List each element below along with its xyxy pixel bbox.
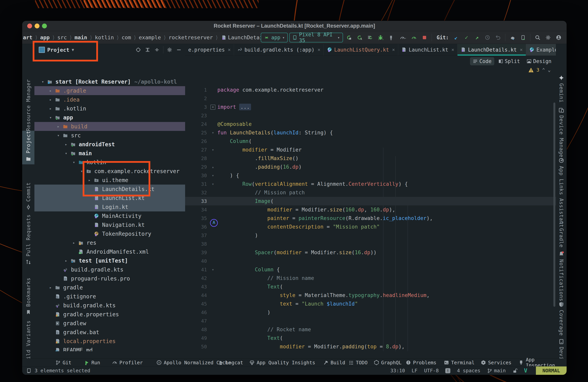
tree-row[interactable]: ▸gradle (34, 283, 185, 292)
sidebar-item-coverage[interactable]: Coverage (556, 301, 567, 336)
expand-all-icon[interactable] (143, 45, 152, 54)
caret-position-widget[interactable]: 33:10 (390, 368, 405, 373)
tree-row[interactable]: proguard-rules.pro (34, 274, 185, 283)
tool-window-button-app-quality-insights[interactable]: App Quality Insights (249, 359, 315, 366)
account-icon[interactable] (554, 33, 563, 42)
tree-row[interactable]: build.gradle.kts (34, 265, 185, 274)
tree-row[interactable]: gradlew (34, 319, 185, 328)
code-line[interactable]: 27▾ modifier = Modifier (185, 146, 556, 154)
project-tree[interactable]: ▾start [Rocket Reserver]~/apollo-kotl▸.g… (34, 56, 185, 351)
git-rollback-icon[interactable] (494, 33, 503, 42)
apply-changes-icon[interactable]: A (355, 33, 364, 42)
tree-row[interactable]: ▸build (34, 122, 185, 131)
breadcrumb-item[interactable]: main (74, 34, 87, 41)
tool-window-button-graphql[interactable]: GraphQL (374, 359, 401, 366)
code-line[interactable]: 39 Spacer(modifier = Modifier.size(16.dp… (185, 248, 556, 257)
git-update-icon[interactable]: ↙ (452, 33, 461, 42)
fold-marker-icon[interactable]: + (209, 105, 217, 110)
tool-window-button-problems[interactable]: Problems (406, 359, 436, 366)
chevron-right-icon[interactable]: ▸ (70, 240, 78, 245)
close-icon[interactable]: × (520, 47, 523, 53)
sidebar-item-gemini[interactable]: Gemini (556, 74, 567, 103)
tree-row[interactable]: MainActivity (34, 212, 185, 220)
close-icon[interactable]: × (228, 47, 231, 53)
tool-window-button-terminal[interactable]: Terminal (444, 359, 474, 366)
tree-row[interactable]: MFAndroidManifest.xml (34, 247, 185, 256)
breadcrumb-item[interactable]: src (57, 34, 67, 41)
tab-exampleunittest-kt[interactable]: ExampleUnitTest.kt× (526, 44, 556, 56)
tab-e-properties[interactable]: e.properties× (185, 44, 234, 56)
tree-row[interactable]: ▾app (34, 113, 185, 122)
tree-row[interactable]: ▸androidTest (34, 140, 185, 149)
code-line[interactable]: 38 (185, 240, 556, 248)
chevron-right-icon[interactable]: ▸ (47, 106, 54, 111)
sidebar-item-app-links-assistant[interactable]: App Links Assistant (556, 157, 567, 227)
code-line[interactable]: 35A painter = painterResource(R.drawable… (185, 214, 556, 223)
unlock-icon[interactable] (512, 368, 517, 373)
chevron-right-icon[interactable]: ▸ (47, 285, 54, 290)
profiler-restart-icon[interactable] (410, 33, 419, 42)
code-line[interactable]: 2 (185, 94, 556, 103)
sidebar-item-bookmarks[interactable]: Bookmarks (22, 277, 34, 318)
title-bar[interactable]: Rocket Reserver – LaunchDetails.kt [Rock… (22, 21, 567, 31)
tree-row[interactable]: TokenRepository (34, 229, 185, 238)
attach-debugger-icon[interactable] (387, 33, 396, 42)
tool-window-button-run[interactable]: Run (84, 359, 100, 366)
rerun-icon[interactable] (345, 33, 354, 42)
tree-row[interactable]: ▸.kotlin (34, 104, 185, 113)
tree-row[interactable]: ▸.gradle (34, 86, 185, 95)
editor-scrollbar[interactable] (553, 103, 555, 307)
code-line[interactable]: 36 contentDescription = "Mission patch" (185, 223, 556, 231)
locate-icon[interactable] (134, 45, 143, 54)
device-mirror-icon[interactable] (519, 33, 527, 42)
chevron-right-icon[interactable]: ▸ (63, 142, 70, 147)
tab-launchlistquery-kt[interactable]: LaunchListQuery.kt× (324, 44, 398, 56)
code-line[interactable]: 45 text = "Launch $launchId" (185, 299, 556, 308)
code-line[interactable]: 1package com.example.rocketreserver (185, 85, 556, 94)
code-line[interactable]: 26 Column( (185, 137, 556, 146)
code-editor[interactable]: CodeSplitDesign 3 ⌃ ⌄ 1package com.examp… (185, 56, 556, 351)
tree-row[interactable]: Navigation.kt (34, 220, 185, 229)
chevron-down-icon[interactable]: ▾ (70, 160, 78, 165)
code-line[interactable]: 23 (185, 111, 556, 120)
tree-row[interactable]: .gitignore (34, 292, 185, 301)
tool-window-button-build[interactable]: Build (323, 359, 345, 366)
code-line[interactable]: 37 ) (185, 231, 556, 240)
chevron-down-icon[interactable]: ▾ (63, 151, 70, 156)
ai-assistant-icon[interactable] (508, 33, 517, 42)
sidebar-item-pull-requests[interactable]: Pull Requests (22, 214, 34, 267)
git-branch-widget[interactable]: main (487, 368, 506, 373)
sidebar-item-project[interactable]: Project (22, 131, 34, 164)
git-push-icon[interactable]: ↗ (473, 33, 482, 42)
sidebar-item-device-manager[interactable]: Device Manager (556, 106, 567, 161)
tab-build-gradle-kts-app-[interactable]: build.gradle.kts (:app)× (234, 44, 324, 56)
profile-icon[interactable] (397, 33, 408, 42)
debug-icon[interactable] (376, 33, 385, 42)
close-icon[interactable]: × (317, 47, 320, 53)
code-line[interactable]: 28 .fillMaxSize() (185, 154, 556, 163)
chevron-right-icon[interactable]: ▸ (47, 88, 54, 93)
tree-row[interactable]: ▸test [unitTest] (34, 256, 185, 265)
chevron-down-icon[interactable]: ▾ (47, 115, 54, 120)
view-toggle-split[interactable]: Split (495, 57, 523, 65)
chevron-down-icon[interactable]: ▾ (55, 133, 62, 138)
tab-launchdetails-kt[interactable]: LaunchDetails.kt× (458, 44, 526, 56)
line-separator-widget[interactable]: LF (412, 368, 418, 373)
tree-row[interactable]: ▾src (34, 131, 185, 140)
breadcrumb-item[interactable]: example (139, 34, 161, 41)
tool-window-button-todo[interactable]: TODO (348, 359, 368, 366)
code-line[interactable]: 41▾ Column { (185, 265, 556, 274)
git-commit-icon[interactable]: ✓ (462, 33, 471, 42)
fold-marker-icon[interactable]: ▴ (209, 165, 217, 169)
tree-row[interactable]: build.gradle.kts (34, 301, 185, 310)
encoding-widget[interactable]: UTF-8 (424, 368, 439, 373)
tree-row[interactable]: ▾main (34, 149, 185, 158)
settings-icon[interactable] (544, 33, 553, 42)
chevron-right-icon[interactable]: ▸ (47, 97, 54, 102)
view-toggle-code[interactable]: Code (470, 57, 494, 65)
sidebar-item-notifications[interactable]: Notifications (556, 250, 567, 301)
code-line[interactable]: 3+import ... (185, 103, 556, 111)
hide-icon[interactable] (175, 45, 183, 54)
breadcrumb[interactable]: art⟩app⟩src⟩main⟩kotlin⟩com⟩example⟩rock… (22, 34, 261, 41)
tool-window-button-profiler[interactable]: Profiler (112, 359, 143, 366)
